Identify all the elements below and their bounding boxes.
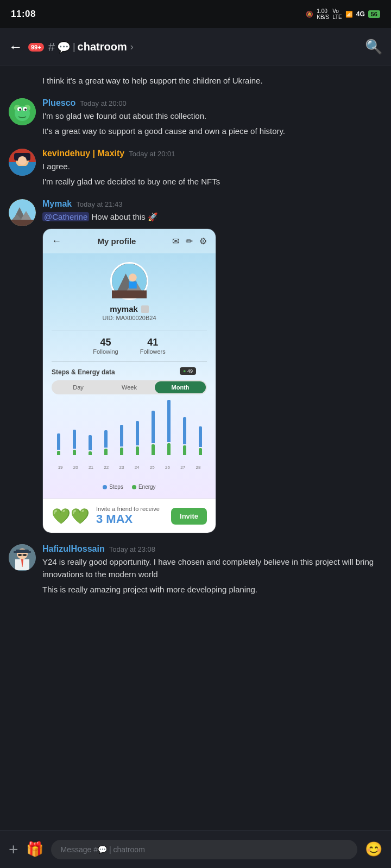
period-tabs: ● 49 Day Week Month (52, 380, 207, 394)
message-content-hafizul: HafizulHossain Today at 23:08 Y24 is rea… (42, 544, 382, 596)
message-header-pluesco: Pluesco Today at 20:00 (42, 98, 382, 108)
bar-group-6 (130, 400, 144, 455)
steps-energy-section: Steps & Energy data ● 49 Day Week Month (43, 362, 216, 499)
username-hafizul: HafizulHossain (42, 544, 105, 554)
bar-group-3 (83, 400, 97, 455)
settings-icon: ⚙ (199, 236, 207, 246)
profile-card: ← My profile ✉ ✏ ⚙ (42, 228, 216, 533)
legend-energy: Energy (132, 484, 156, 490)
svg-rect-19 (9, 220, 36, 226)
x-label-9: 27 (175, 465, 191, 470)
invite-button[interactable]: Invite (171, 508, 207, 525)
bar-blue-6 (136, 421, 139, 445)
bar-green-3 (89, 451, 92, 455)
x-label-2: 20 (68, 465, 83, 470)
profile-card-header: ← My profile ✉ ✏ ⚙ (43, 229, 216, 253)
bar-blue-10 (199, 426, 202, 447)
x-label-6: 24 (129, 465, 144, 470)
bar-green-8 (167, 443, 171, 455)
message-group-mymak: Mymak Today at 21:43 @Catherine How abou… (9, 199, 382, 534)
tab-day[interactable]: Day (53, 381, 104, 393)
timestamp-kevin: Today at 20:01 (129, 150, 175, 158)
bar-blue-1 (57, 433, 60, 450)
energy-dot (132, 485, 136, 489)
chart-x-labels: 19 20 21 22 23 24 25 26 27 28 (52, 465, 207, 470)
tab-week[interactable]: Week (104, 381, 155, 393)
tooltip-bubble: ● 49 (180, 367, 196, 375)
bar-group-8 (162, 400, 175, 455)
bar-group-7 (146, 400, 160, 455)
after-mention-text: How about this 🚀 (91, 212, 157, 221)
following-label: Following (93, 348, 118, 355)
followers-label: Followers (140, 348, 166, 355)
search-button[interactable]: 🔍 (365, 39, 382, 55)
signal-icon: 📶 (345, 11, 353, 18)
profile-header-icons: ✉ ✏ ⚙ (172, 236, 207, 246)
invite-text-area: Invite a friend to receive 3 MAX (96, 506, 165, 526)
notification-badge: 99+ (28, 43, 44, 52)
verified-icon (141, 305, 149, 313)
channel-hash-icon: # (48, 40, 55, 54)
avatar-pluesco (9, 98, 36, 125)
edit-icon: ✏ (186, 236, 193, 246)
network-type: 4G (356, 10, 365, 18)
status-icons: 🔕 1.00KB/S VoLTE 📶 4G 56 (306, 8, 380, 20)
svg-rect-30 (14, 551, 31, 553)
svg-rect-33 (23, 554, 27, 556)
bar-group-9 (178, 400, 191, 455)
gift-button[interactable]: 🎁 (26, 841, 43, 858)
chat-container: I think it's a great way to help support… (0, 75, 391, 640)
message-line-2: It's a great way to support a good cause… (42, 125, 382, 138)
chart-legend: Steps Energy (52, 481, 207, 492)
bar-group-5 (115, 400, 128, 455)
timestamp-mymak: Today at 21:43 (76, 200, 122, 208)
bar-blue-7 (152, 411, 155, 443)
avatar-hafizul (9, 544, 36, 571)
followers-stat: 41 Followers (140, 337, 166, 355)
hafizul-line-1: Y24 is really good opportunity. I have c… (42, 556, 382, 580)
status-time: 11:08 (11, 9, 36, 20)
channel-title: chatroom (78, 41, 127, 53)
message-header-hafizul: HafizulHossain Today at 23:08 (42, 544, 382, 554)
profile-card-title: My profile (98, 237, 136, 246)
bar-green-6 (136, 446, 139, 455)
message-header-kevin: kevindehuy | Maxity Today at 20:01 (42, 149, 382, 158)
message-line-1: I'm so glad we found out about this coll… (42, 110, 382, 123)
svg-point-7 (24, 108, 27, 111)
back-button[interactable]: ← (9, 39, 23, 55)
svg-rect-23 (112, 290, 147, 298)
bar-green-4 (104, 449, 108, 455)
plus-button[interactable]: + (9, 840, 18, 859)
svg-point-12 (18, 156, 27, 165)
invite-label: Invite a friend to receive (96, 506, 165, 512)
battery-icon: 56 (368, 10, 380, 18)
bar-chart (52, 400, 207, 465)
message-header-mymak: Mymak Today at 21:43 (42, 199, 382, 209)
energy-legend-label: Energy (138, 484, 156, 490)
bar-blue-3 (89, 435, 92, 450)
profile-back-icon: ← (52, 235, 61, 247)
avatar-kevin (9, 149, 36, 176)
vo-icon: VoLTE (332, 8, 342, 20)
emoji-button[interactable]: 😊 (365, 841, 382, 858)
invite-amount: 3 MAX (96, 512, 165, 526)
invite-section: 💚💚 Invite a friend to receive 3 MAX Invi… (43, 499, 216, 533)
profile-avatar-img (110, 262, 148, 300)
message-input[interactable]: Message #💬 | chatroom (51, 840, 357, 859)
message-text: I think it's a great way to help support… (42, 76, 263, 85)
envelope-icon: ✉ (172, 236, 179, 246)
avatar-mymak (9, 199, 36, 226)
tab-month[interactable]: Month (155, 381, 206, 393)
message-content-mymak: Mymak Today at 21:43 @Catherine How abou… (42, 199, 382, 534)
username-kevin: kevindehuy | Maxity (42, 149, 124, 158)
bar-blue-4 (104, 430, 108, 448)
bar-blue-9 (183, 417, 186, 444)
message-input-placeholder: Message #💬 | chatroom (61, 845, 145, 854)
svg-rect-25 (129, 282, 137, 289)
svg-rect-13 (17, 166, 28, 175)
message-partial-top: I think it's a great way to help support… (42, 75, 382, 87)
bar-blue-8 (167, 400, 171, 442)
x-label-3: 21 (83, 465, 98, 470)
svg-point-3 (15, 106, 30, 121)
mention-catherine: @Catherine (42, 212, 89, 221)
